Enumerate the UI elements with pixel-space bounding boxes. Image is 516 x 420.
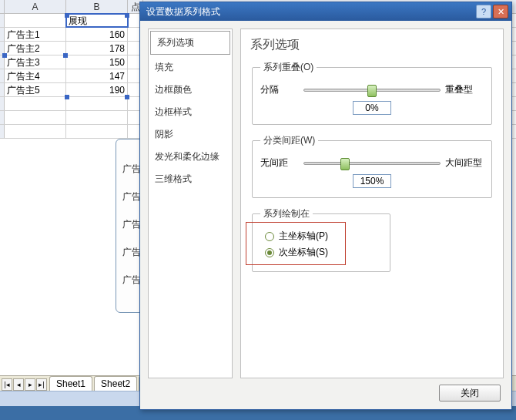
category-list: 系列选项 填充 边框颜色 边框样式 阴影 发光和柔化边缘 三维格式 (148, 29, 233, 378)
cell-b1[interactable]: 展现 (66, 14, 128, 27)
legend-item: 广告 (122, 218, 141, 231)
overlap-slider[interactable] (303, 89, 441, 92)
cell[interactable]: 190 (66, 83, 128, 96)
highlight-box (246, 222, 346, 265)
selection-handle[interactable] (63, 53, 68, 58)
slider-thumb[interactable] (340, 158, 350, 170)
cell[interactable]: 广告主5 (5, 83, 66, 96)
cell[interactable]: 178 (66, 42, 128, 55)
overlap-right-label: 重叠型 (445, 83, 484, 96)
tab-nav-last-icon[interactable]: ▸| (36, 378, 47, 391)
tab-sheet1[interactable]: Sheet1 (49, 376, 92, 391)
legend-item: 广告 (122, 274, 141, 287)
cell[interactable]: 广告主2 (5, 42, 66, 55)
cell[interactable]: 广告主1 (5, 28, 66, 41)
gap-slider[interactable] (303, 162, 441, 165)
category-3d[interactable]: 三维格式 (149, 168, 232, 190)
col-header-b[interactable]: B (66, 0, 128, 13)
legend-item: 广告 (122, 190, 141, 203)
cell[interactable]: 广告主4 (5, 69, 66, 82)
overlap-left-label: 分隔 (260, 83, 299, 96)
legend-item: 广告 (122, 246, 141, 259)
group-gap-width: 分类间距(W) 无间距 大间距型 150% (252, 134, 492, 198)
cell[interactable]: 广告主3 (5, 55, 66, 69)
selection-handle[interactable] (125, 95, 129, 99)
cell[interactable]: 147 (66, 69, 128, 82)
category-series-options[interactable]: 系列选项 (150, 31, 230, 55)
legend-item: 广告 (122, 163, 141, 176)
gap-right-label: 大间距型 (445, 156, 484, 170)
col-header-a[interactable]: A (5, 0, 66, 13)
help-button[interactable]: ? (476, 5, 491, 18)
gap-left-label: 无间距 (260, 156, 299, 170)
tab-nav-prev-icon[interactable]: ◂ (13, 378, 24, 391)
tab-nav-next-icon[interactable]: ▸ (25, 378, 35, 391)
category-border-color[interactable]: 边框颜色 (149, 79, 232, 101)
cell[interactable]: 160 (66, 28, 128, 41)
close-button[interactable]: 关闭 (439, 385, 501, 402)
slider-thumb[interactable] (367, 85, 377, 97)
group-series-overlap: 系列重叠(O) 分隔 重叠型 0% (252, 61, 492, 125)
selection-handle[interactable] (65, 95, 69, 99)
tab-nav-first-icon[interactable]: |◂ (2, 378, 12, 391)
close-icon[interactable]: ✕ (493, 5, 508, 18)
selection-handle[interactable] (125, 13, 129, 18)
dialog-title: 设置数据系列格式 (143, 5, 474, 18)
options-pane: 系列选项 系列重叠(O) 分隔 重叠型 0% 分类间距(W) 无间距 (240, 29, 504, 378)
category-fill[interactable]: 填充 (149, 56, 232, 79)
selection-handle[interactable] (2, 53, 7, 58)
cell[interactable]: 150 (66, 55, 128, 69)
category-glow[interactable]: 发光和柔化边缘 (149, 146, 232, 168)
tab-sheet2[interactable]: Sheet2 (94, 376, 137, 391)
gap-value[interactable]: 150% (353, 174, 391, 188)
category-shadow[interactable]: 阴影 (149, 123, 232, 146)
pane-title: 系列选项 (250, 37, 494, 53)
overlap-legend: 系列重叠(O) (260, 61, 317, 74)
format-data-series-dialog: 设置数据系列格式 ? ✕ 系列选项 填充 边框颜色 边框样式 阴影 发光和柔化边… (139, 2, 512, 410)
selection-handle[interactable] (65, 13, 69, 18)
gap-legend: 分类间距(W) (260, 134, 318, 147)
overlap-value[interactable]: 0% (353, 101, 391, 115)
tab-nav: |◂ ◂ ▸ ▸| (2, 378, 48, 391)
axis-legend: 系列绘制在 (260, 207, 313, 220)
category-border-style[interactable]: 边框样式 (149, 101, 232, 123)
dialog-titlebar[interactable]: 设置数据系列格式 ? ✕ (140, 2, 511, 21)
